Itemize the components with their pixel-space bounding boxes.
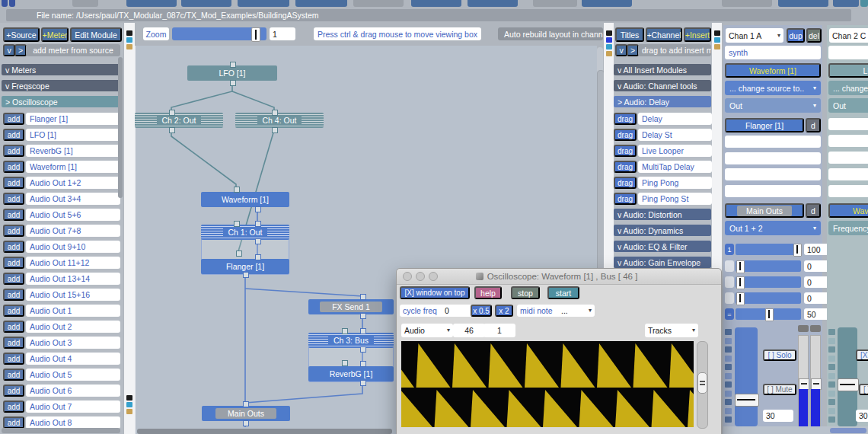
module-name[interactable]: Audio Out 4 (26, 353, 120, 365)
slider-min-button[interactable]: = (725, 308, 734, 320)
view-size-button[interactable] (606, 30, 612, 36)
add-button[interactable]: add (3, 113, 24, 125)
add-button[interactable]: add (3, 305, 24, 317)
slider-thumb[interactable] (736, 260, 745, 273)
connector-dot[interactable] (243, 272, 249, 278)
module-name[interactable]: Flanger [1] (26, 113, 120, 125)
left-panel-hscrollbar[interactable] (2, 428, 120, 433)
left-panel-vscrollbar[interactable] (118, 57, 123, 198)
module-name[interactable]: Audio Out 5 (26, 369, 120, 381)
output-level-fader[interactable] (798, 335, 809, 426)
add-button[interactable]: add (3, 145, 24, 157)
module-name[interactable]: Waveform [1] (26, 161, 120, 173)
module-name[interactable]: Audio Out 1+2 (26, 177, 120, 189)
add-button[interactable]: add (3, 241, 24, 253)
module-name[interactable]: Audio Out 1 (26, 305, 120, 317)
insert-module-name[interactable]: Delay (638, 113, 712, 125)
module-name[interactable]: Audio Out 2 (26, 321, 120, 333)
node-lfo[interactable]: LFO [1] (187, 65, 277, 81)
node-reverbg[interactable]: ReverbG [1] (308, 366, 394, 381)
add-button[interactable]: add (3, 416, 24, 429)
scope-vscrollbar[interactable] (697, 341, 708, 429)
zoom-slider[interactable] (172, 27, 266, 40)
scrollbar-handle[interactable] (697, 372, 707, 394)
view-size-button[interactable] (126, 37, 132, 43)
add-button[interactable]: add (3, 257, 24, 269)
channel1-fader-value[interactable]: 30 (763, 410, 793, 422)
view-size-button[interactable] (714, 44, 720, 49)
zoom-value-field[interactable]: 1 (270, 27, 295, 40)
fader-handle[interactable] (735, 394, 759, 407)
connector-dot[interactable] (230, 62, 236, 68)
slider-min-button[interactable] (725, 292, 734, 304)
view-size-button[interactable] (606, 44, 612, 49)
section-gain-envelope[interactable]: v Audio: Gain Envelope (614, 257, 711, 268)
connector-dot[interactable] (255, 221, 261, 227)
connector-dot[interactable] (342, 328, 348, 334)
param-slider[interactable] (736, 292, 801, 304)
add-button[interactable]: add (3, 353, 24, 365)
node-ch2-out[interactable]: Ch 2: Out (135, 113, 223, 128)
module-name[interactable]: Audio Out 15+16 (26, 289, 120, 301)
output-level-fader[interactable] (810, 335, 821, 426)
drag-button[interactable]: drag (614, 161, 637, 173)
drop-insert-slot[interactable] (725, 168, 821, 180)
connector-dot[interactable] (255, 206, 261, 212)
meter-mute-button[interactable] (810, 325, 821, 332)
connector-dot[interactable] (342, 360, 348, 366)
node-fx-send[interactable]: FX Send 1 (308, 299, 394, 314)
view-size-button[interactable] (606, 37, 612, 43)
add-button[interactable]: add (3, 273, 24, 285)
slider-min-button[interactable] (725, 260, 734, 272)
help-button[interactable]: help (474, 286, 502, 299)
module-name[interactable]: Audio Out 3 (26, 337, 120, 349)
module-name[interactable]: Audio Out 5+6 (26, 209, 120, 221)
drop-insert-slot[interactable] (828, 152, 868, 164)
section-distortion[interactable]: v Audio: Distortion (614, 209, 711, 220)
meter-mute-button[interactable] (798, 325, 809, 332)
connector-dot[interactable] (230, 80, 236, 86)
bus-type-dropdown[interactable]: Audio ▾ (401, 324, 453, 337)
channel1-out-bus-dropdown[interactable]: Out 1 + 2 ▾ (725, 221, 821, 235)
module-name[interactable]: LFO [1] (26, 129, 120, 141)
module-name[interactable]: ReverbG [1] (26, 145, 120, 157)
node-ch3-bus[interactable]: Ch 3: Bus (308, 333, 394, 348)
add-button[interactable]: add (3, 209, 24, 221)
view-size-button[interactable] (126, 44, 132, 49)
connector-dot[interactable] (234, 187, 240, 193)
module-name[interactable]: Audio Out 3+4 (26, 193, 120, 205)
view-size-button[interactable] (714, 37, 720, 43)
window-titlebar[interactable]: Oscilloscope: Waveform [1] , Bus [ 46 ] (397, 269, 721, 285)
connector-dot[interactable] (360, 380, 366, 386)
insert-module-name[interactable]: Ping Pong St (638, 193, 712, 205)
connector-dot[interactable] (236, 251, 242, 257)
add-button[interactable]: add (3, 193, 24, 205)
param-slider[interactable] (736, 308, 801, 320)
window-minimize-button[interactable] (416, 272, 425, 281)
drop-insert-slot[interactable] (828, 135, 868, 147)
param-slider[interactable] (736, 244, 801, 255)
channel1-dest-delete-button[interactable]: d (806, 203, 821, 218)
connector-dot[interactable] (360, 328, 366, 334)
add-button[interactable]: add (3, 400, 24, 413)
half-freq-button[interactable]: x 0.5 (471, 305, 492, 317)
slider-thumb[interactable] (765, 308, 774, 321)
drop-insert-slot[interactable] (828, 168, 868, 180)
drop-insert-slot[interactable] (725, 136, 821, 148)
section-eq-filter[interactable]: v Audio: EQ & Filter (614, 241, 711, 252)
view-size-button[interactable] (126, 409, 132, 414)
add-button[interactable]: add (3, 225, 24, 237)
connector-dot[interactable] (255, 238, 261, 244)
node-main-outs[interactable]: Main Outs (202, 406, 290, 421)
window-zoom-button[interactable] (429, 272, 438, 281)
channel1-volume-fader[interactable] (735, 327, 758, 426)
drag-button[interactable]: drag (614, 193, 637, 205)
slider-thumb[interactable] (736, 292, 745, 305)
connector-dot[interactable] (360, 294, 366, 300)
stop-button[interactable]: stop (511, 286, 540, 299)
drag-button[interactable]: drag (614, 177, 637, 189)
insert-module-name[interactable]: MultiTap Delay (638, 161, 712, 173)
connector-dot[interactable] (272, 127, 278, 133)
channel2-dest-param[interactable]: Frequency (828, 221, 868, 235)
connector-dot[interactable] (255, 254, 261, 260)
